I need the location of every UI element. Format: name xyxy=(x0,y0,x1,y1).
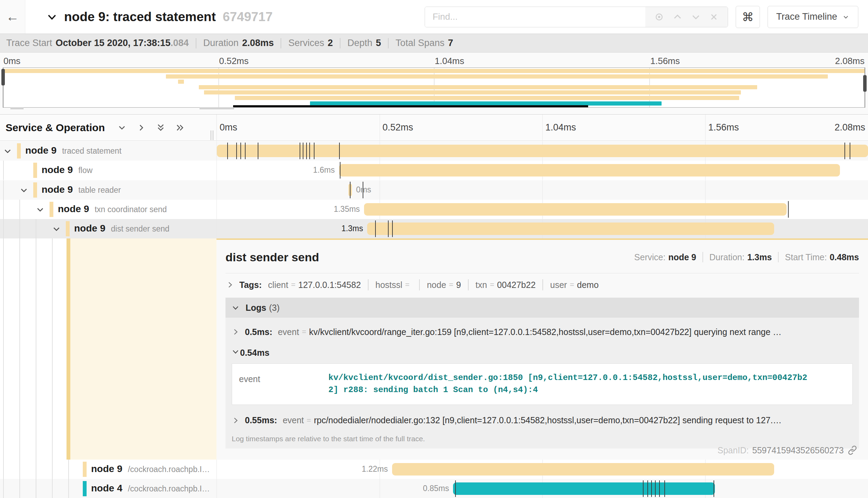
span-row-label[interactable]: node 9dist sender send xyxy=(0,219,216,238)
span-timeline-cell[interactable] xyxy=(216,141,868,161)
minimap-scroll-fragment xyxy=(200,107,234,109)
tick-label: 1.04ms xyxy=(546,122,576,133)
tag-item: txn=00427b22 xyxy=(476,280,535,290)
span-tree-chevron-icon[interactable] xyxy=(2,146,13,158)
span-timeline-cell[interactable]: 1.6ms xyxy=(216,161,868,180)
span-bar[interactable] xyxy=(392,463,774,476)
span-row-label[interactable]: node 9traced statement xyxy=(0,141,216,161)
minimap-span-bar xyxy=(199,85,757,89)
span-timeline-cell[interactable]: 1.3ms xyxy=(216,219,868,238)
locate-icon[interactable] xyxy=(654,12,664,22)
expand-all-icon[interactable] xyxy=(156,123,166,133)
span-log-tick xyxy=(455,480,456,497)
expand-one-icon[interactable] xyxy=(117,123,127,133)
detail-service-label: Service: xyxy=(634,252,665,262)
find-prev-icon[interactable] xyxy=(672,12,683,22)
span-timeline-cell[interactable]: 1.35ms xyxy=(216,200,868,219)
collapse-one-icon[interactable] xyxy=(136,123,147,133)
tick-label: 1.56ms xyxy=(650,56,680,66)
span-row-label[interactable]: node 9table reader xyxy=(0,180,216,200)
span-log-tick xyxy=(643,480,644,497)
minimap-span-bar xyxy=(204,90,741,94)
keyboard-shortcuts-button[interactable]: ⌘ xyxy=(736,6,760,28)
collapse-trace-chevron-icon[interactable] xyxy=(46,11,58,23)
span-log-tick xyxy=(245,143,246,159)
tree-controls xyxy=(117,123,185,133)
service-name: node 9/cockroach.roachpb.I… xyxy=(91,463,210,474)
copy-link-icon[interactable] xyxy=(847,445,858,455)
span-log-tick xyxy=(303,143,303,159)
span-duration-label: 0ms xyxy=(356,185,371,194)
span-bar[interactable] xyxy=(367,223,774,235)
find-input[interactable] xyxy=(425,7,645,27)
tick-label: 0.52ms xyxy=(382,122,413,133)
chevron-down-icon xyxy=(231,347,240,358)
span-log-tick xyxy=(788,201,789,218)
span-log-tick xyxy=(258,143,258,159)
find-clear-icon[interactable] xyxy=(709,12,719,22)
span-timeline-cell[interactable]: 0.85ms xyxy=(216,479,868,498)
operation-name: table reader xyxy=(78,185,121,194)
trace-id-short: 6749717 xyxy=(223,10,273,24)
find-box xyxy=(425,7,728,27)
find-next-icon[interactable] xyxy=(691,12,701,22)
span-duration-label: 1.6ms xyxy=(313,165,335,175)
chevron-right-icon xyxy=(225,280,234,289)
log-entry-row[interactable]: 0.5ms:event=kv/kvclient/kvcoord/range_it… xyxy=(231,321,853,343)
tick-label: 0ms xyxy=(220,122,237,133)
timeline-column-header: Service & Operation 0ms0.52ms1.04ms1.56m… xyxy=(0,114,868,141)
minimap-span-bar xyxy=(166,74,828,79)
trace-start-fraction: .084 xyxy=(170,38,189,48)
service-name: node 9dist sender send xyxy=(74,223,169,234)
span-tree-chevron-icon[interactable] xyxy=(19,185,29,197)
detail-start-value: 0.48ms xyxy=(830,252,859,262)
span-detail-left-gutter xyxy=(0,238,216,460)
back-button[interactable]: ← xyxy=(0,0,25,34)
column-resizer-handle[interactable] xyxy=(211,130,216,140)
service-name: node 4/cockroach.roachpb.I… xyxy=(91,483,210,494)
log-entry-row[interactable]: 0.55ms:event=rpc/nodedialer/nodedialer.g… xyxy=(231,410,853,431)
span-bar[interactable] xyxy=(364,203,787,216)
detail-start-label: Start Time: xyxy=(785,252,827,262)
logs-toggle-row[interactable]: Logs (3) xyxy=(225,298,859,318)
minimap-left-scrubber-handle[interactable] xyxy=(1,69,5,85)
chevron-right-icon xyxy=(231,327,240,336)
span-bar[interactable] xyxy=(339,164,840,176)
depth-value: 5 xyxy=(376,38,381,48)
span-log-tick xyxy=(655,480,656,497)
span-detail-header: dist sender send Service: node 9 Duratio… xyxy=(225,245,859,270)
span-row-label[interactable]: node 9flow xyxy=(0,161,216,180)
detail-duration-label: Duration: xyxy=(709,252,744,262)
log-entry-detail-box: eventkv/kvclient/kvcoord/dist_sender.go:… xyxy=(232,363,853,405)
operation-name: dist sender send xyxy=(111,224,169,233)
minimap-span-bar xyxy=(235,96,739,100)
span-tree-chevron-icon[interactable] xyxy=(51,224,62,236)
minimap-canvas[interactable] xyxy=(3,67,865,108)
span-log-tick xyxy=(340,162,340,179)
span-bar[interactable] xyxy=(453,482,715,495)
logs-label: Logs xyxy=(246,303,266,313)
service-color-bar xyxy=(66,221,70,236)
minimap-right-scrubber-handle[interactable] xyxy=(863,75,867,92)
service-name: node 9txn coordinator send xyxy=(58,203,167,215)
span-detail-meta: Service: node 9 Duration: 1.3ms Start Ti… xyxy=(634,252,859,262)
collapse-all-icon[interactable] xyxy=(175,123,185,133)
depth-label: Depth xyxy=(347,38,372,48)
span-timeline-cell[interactable]: 0ms xyxy=(216,180,868,200)
tags-toggle-row[interactable]: Tags: client=127.0.0.1:54582hostssl=node… xyxy=(225,273,859,296)
span-row: node 9txn coordinator send1.35ms xyxy=(0,200,868,219)
service-name: node 9flow xyxy=(42,164,92,175)
service-color-bar xyxy=(83,481,87,496)
span-row-label[interactable]: node 9/cockroach.roachpb.I… xyxy=(0,460,216,479)
span-row-label[interactable]: node 4/cockroach.roachpb.I… xyxy=(0,479,216,498)
span-row: node 9flow1.6ms xyxy=(0,161,868,180)
tick-label: 0.52ms xyxy=(219,56,249,66)
log-entry-expanded-header[interactable]: 0.54ms xyxy=(231,343,853,363)
span-row-label[interactable]: node 9txn coordinator send xyxy=(0,200,216,219)
span-log-tick xyxy=(659,480,660,497)
span-tree-chevron-icon[interactable] xyxy=(35,205,45,216)
services-label: Services xyxy=(288,38,324,48)
span-row: node 9dist sender send1.3ms xyxy=(0,219,868,238)
span-timeline-cell[interactable]: 1.22ms xyxy=(216,460,868,479)
view-selector-button[interactable]: Trace Timeline xyxy=(768,6,858,28)
